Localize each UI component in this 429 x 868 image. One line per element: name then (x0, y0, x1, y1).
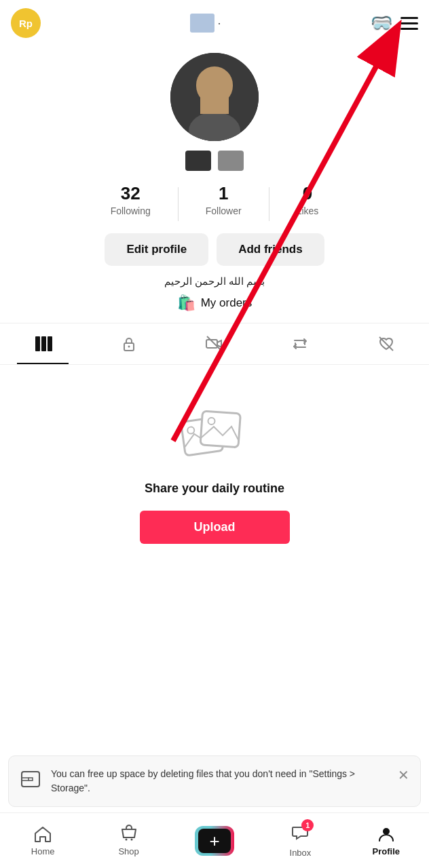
bio-text: بسم الله الرحمن الرحيم (164, 275, 265, 288)
svg-rect-16 (200, 411, 240, 448)
repost-icon (291, 334, 310, 353)
stat-following[interactable]: 32 Following (83, 183, 178, 216)
plus-inner: + (198, 829, 231, 853)
profile-label: Profile (373, 846, 400, 856)
tab-liked[interactable] (172, 330, 257, 357)
bottom-nav: Home Shop + 1 Inbox (0, 812, 429, 868)
orders-label: My orders (201, 296, 253, 310)
glasses-icon[interactable]: 🥽 (371, 13, 391, 34)
tab-favorite[interactable] (343, 330, 429, 357)
likes-label: Likes (297, 205, 319, 216)
svg-rect-18 (22, 772, 39, 787)
create-button[interactable]: + (195, 826, 234, 856)
hamburger-menu-button[interactable] (400, 17, 418, 30)
lock-icon (119, 334, 138, 353)
tab-grid[interactable] (0, 330, 86, 357)
my-orders-row[interactable]: 🛍️ My orders (177, 294, 253, 312)
action-buttons: Edit profile Add friends (105, 233, 324, 266)
svg-rect-9 (48, 336, 52, 351)
top-bar: Rp · 🥽 (0, 0, 429, 46)
svg-point-19 (125, 839, 127, 841)
photo-placeholder-icon (181, 406, 248, 467)
username-dot: · (217, 16, 221, 31)
social-icon-1[interactable] (185, 151, 211, 171)
social-icon-2[interactable] (218, 151, 244, 171)
nav-home[interactable]: Home (0, 825, 86, 856)
follower-label: Follower (206, 205, 242, 216)
nav-shop[interactable]: Shop (86, 825, 171, 856)
nav-create[interactable]: + (172, 826, 257, 856)
liked-icon (205, 334, 224, 353)
top-icons: 🥽 (371, 13, 418, 34)
svg-point-20 (130, 839, 132, 841)
storage-close-button[interactable]: ✕ (398, 767, 409, 783)
tab-locked[interactable] (86, 330, 171, 357)
inbox-badge: 1 (301, 819, 314, 831)
content-tabs (0, 323, 429, 365)
inbox-label: Inbox (290, 848, 312, 858)
profile-icon (377, 825, 396, 844)
shop-icon (119, 825, 138, 844)
stats-row: 32 Following 1 Follower 0 Likes (0, 183, 429, 221)
username-display (190, 14, 214, 33)
plus-sign-icon: + (209, 832, 219, 850)
add-friends-button[interactable]: Add friends (217, 233, 324, 266)
storage-notification: You can free up space by deleting files … (8, 755, 421, 807)
empty-state: Share your daily routine Upload (0, 365, 429, 571)
stat-likes[interactable]: 0 Likes (269, 183, 346, 216)
svg-point-21 (383, 828, 390, 835)
upload-button[interactable]: Upload (140, 511, 290, 544)
storage-icon (20, 768, 41, 795)
profile-section: 32 Following 1 Follower 0 Likes Edit pro… (0, 46, 429, 312)
storage-notification-text: You can free up space by deleting files … (51, 767, 388, 795)
tab-repost[interactable] (257, 330, 343, 357)
edit-profile-button[interactable]: Edit profile (105, 233, 208, 266)
svg-rect-8 (41, 336, 46, 351)
shop-label: Shop (118, 846, 138, 856)
home-icon (33, 825, 52, 844)
nav-inbox[interactable]: 1 Inbox (257, 823, 343, 858)
profile-avatar[interactable] (170, 53, 259, 141)
user-avatar-coin[interactable]: Rp (11, 8, 41, 38)
svg-rect-6 (200, 95, 229, 114)
following-count: 32 (121, 183, 141, 204)
favorite-icon (377, 334, 396, 353)
nav-profile[interactable]: Profile (343, 825, 429, 856)
stat-follower[interactable]: 1 Follower (179, 183, 269, 216)
orders-bag-icon: 🛍️ (177, 294, 195, 312)
likes-count: 0 (303, 183, 312, 204)
top-center: · (190, 14, 221, 33)
empty-state-title: Share your daily routine (145, 481, 284, 496)
social-icons-row (185, 151, 244, 171)
inbox-wrap: 1 (291, 823, 310, 845)
grid-icon (33, 334, 52, 353)
follower-count: 1 (219, 183, 228, 204)
svg-rect-7 (35, 336, 40, 351)
home-label: Home (31, 846, 55, 856)
svg-line-12 (207, 336, 222, 351)
svg-point-11 (128, 346, 130, 348)
following-label: Following (111, 205, 151, 216)
